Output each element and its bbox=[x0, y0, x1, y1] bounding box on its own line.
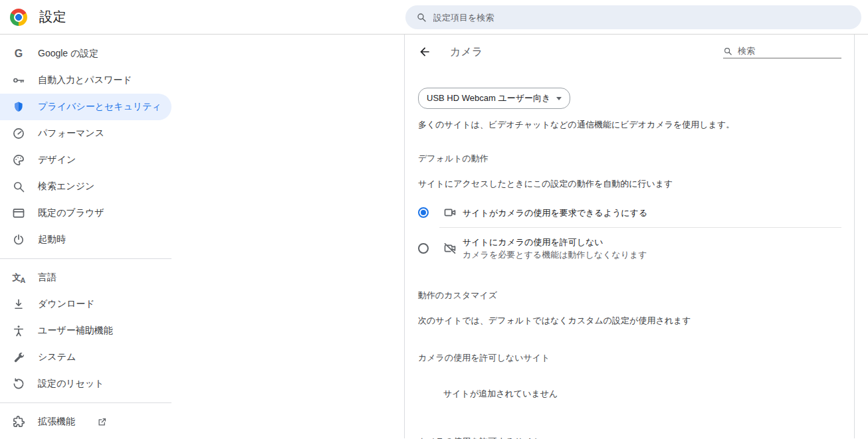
default-behavior-title: デフォルトの動作 bbox=[418, 153, 841, 165]
default-behavior-description: サイトにアクセスしたときにこの設定の動作を自動的に行います bbox=[418, 178, 841, 190]
app-title: 設定 bbox=[39, 8, 66, 26]
chevron-down-icon bbox=[556, 97, 562, 100]
key-icon bbox=[12, 74, 25, 87]
magnifier-icon bbox=[12, 180, 25, 193]
sidebar-item-extensions[interactable]: 拡張機能 bbox=[0, 408, 171, 435]
subpage-search-input[interactable] bbox=[738, 46, 824, 56]
blocked-sites-title: カメラの使用を許可しないサイト bbox=[418, 352, 841, 364]
radio-option-label: サイトにカメラの使用を許可しない bbox=[463, 237, 603, 247]
download-icon bbox=[12, 298, 25, 311]
camera-settings-pane: カメラ USB HD Webcam ユーザー向き 多くのサイトは、ビデオチャット… bbox=[404, 35, 855, 438]
palette-icon bbox=[12, 153, 25, 167]
back-button[interactable] bbox=[418, 45, 431, 58]
page-title: カメラ bbox=[450, 45, 483, 59]
accessibility-icon bbox=[12, 324, 25, 337]
camera-device-dropdown[interactable]: USB HD Webcam ユーザー向き bbox=[418, 88, 570, 109]
sidebar-item-languages[interactable]: 文A 言語 bbox=[0, 264, 171, 291]
radio-option-sublabel: カメラを必要とする機能は動作しなくなります bbox=[463, 250, 647, 260]
allowed-sites-title: カメラの使用を許可するサイト bbox=[418, 436, 841, 439]
sidebar-item-performance[interactable]: パフォーマンス bbox=[0, 120, 171, 147]
sidebar-item-reset-settings[interactable]: 設定のリセット bbox=[0, 371, 171, 397]
subpage-header: カメラ bbox=[405, 35, 854, 69]
wrench-icon bbox=[12, 351, 25, 364]
customize-description: 次のサイトでは、デフォルトではなくカスタムの設定が使用されます bbox=[418, 315, 841, 327]
radio-unselected-icon[interactable] bbox=[418, 243, 429, 254]
google-g-icon: G bbox=[12, 47, 25, 60]
sidebar-item-accessibility[interactable]: ユーザー補助機能 bbox=[0, 317, 171, 344]
sidebar-item-on-startup[interactable]: 起動時 bbox=[0, 226, 171, 253]
sidebar-item-search-engine[interactable]: 検索エンジン bbox=[0, 173, 171, 200]
external-link-icon bbox=[97, 417, 107, 427]
camera-intro-text: 多くのサイトは、ビデオチャットなどの通信機能にビデオカメラを使用します。 bbox=[418, 118, 841, 132]
sidebar-item-default-browser[interactable]: 既定のブラウザ bbox=[0, 200, 171, 226]
radio-option-label: サイトがカメラの使用を要求できるようにする bbox=[463, 208, 647, 218]
settings-search-box[interactable] bbox=[405, 5, 861, 29]
shield-icon bbox=[12, 100, 25, 114]
sidebar-item-appearance[interactable]: デザイン bbox=[0, 147, 171, 173]
radio-option-block[interactable]: サイトにカメラの使用を許可しない カメラを必要とする機能は動作しなくなります bbox=[418, 228, 841, 269]
sidebar-divider bbox=[0, 402, 171, 403]
power-icon bbox=[12, 233, 25, 246]
videocam-off-icon bbox=[443, 242, 457, 255]
radio-selected-icon[interactable] bbox=[418, 207, 429, 218]
sidebar-item-privacy-security[interactable]: プライバシーとセキュリティ bbox=[0, 94, 171, 120]
subpage-search-box[interactable] bbox=[723, 46, 841, 58]
puzzle-icon bbox=[12, 415, 25, 428]
sidebar-item-system[interactable]: システム bbox=[0, 344, 171, 371]
top-toolbar: 設定 bbox=[0, 0, 868, 35]
speedometer-icon bbox=[12, 127, 25, 140]
sidebar-item-downloads[interactable]: ダウンロード bbox=[0, 291, 171, 317]
settings-sidebar: G Google の設定 自動入力とパスワード プライバシーとセキュリティ bbox=[0, 35, 404, 438]
blocked-sites-empty-text: サイトが追加されていません bbox=[443, 388, 841, 400]
browser-window-icon bbox=[12, 207, 25, 220]
settings-search-input[interactable] bbox=[433, 13, 851, 23]
radio-option-allow-ask[interactable]: サイトがカメラの使用を要求できるようにする bbox=[418, 198, 841, 227]
search-icon bbox=[416, 12, 427, 23]
customize-title: 動作のカスタマイズ bbox=[418, 290, 841, 302]
search-icon bbox=[723, 46, 732, 56]
sidebar-item-google-settings[interactable]: G Google の設定 bbox=[0, 41, 171, 67]
translate-icon: 文A bbox=[12, 271, 25, 284]
restore-icon bbox=[12, 377, 25, 391]
default-behavior-radio-group: サイトがカメラの使用を要求できるようにする サイトにカメラの使用を許可しない bbox=[418, 198, 841, 269]
sidebar-item-autofill-passwords[interactable]: 自動入力とパスワード bbox=[0, 67, 171, 94]
videocam-icon bbox=[443, 206, 457, 219]
sidebar-divider bbox=[0, 258, 171, 259]
chrome-logo-icon bbox=[10, 9, 27, 26]
